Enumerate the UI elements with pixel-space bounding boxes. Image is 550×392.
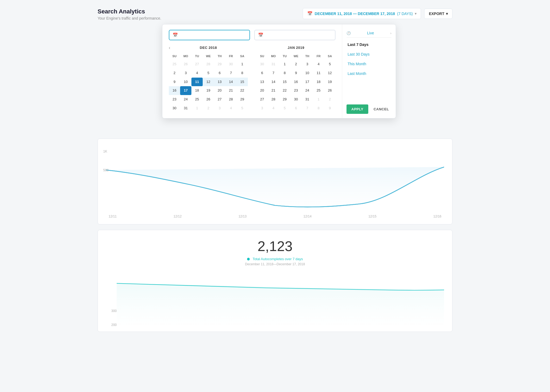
- day-cell[interactable]: 26: [180, 60, 191, 69]
- day-cell-selected-end[interactable]: 17: [180, 86, 191, 95]
- day-cell[interactable]: 18: [313, 78, 324, 86]
- day-cell[interactable]: 29: [214, 60, 225, 69]
- day-cell[interactable]: 19: [324, 78, 335, 86]
- apply-button[interactable]: APPLY: [347, 104, 368, 114]
- last-month-option[interactable]: Last Month: [347, 69, 391, 78]
- day-cell[interactable]: 13: [214, 78, 225, 86]
- day-cell[interactable]: 23: [290, 86, 302, 95]
- day-cell[interactable]: 3: [256, 104, 268, 113]
- day-cell[interactable]: 1: [313, 95, 324, 104]
- day-cell[interactable]: 28: [225, 95, 237, 104]
- day-cell[interactable]: 7: [302, 104, 313, 113]
- day-cell[interactable]: 23: [169, 95, 180, 104]
- day-cell[interactable]: 6: [256, 69, 268, 78]
- day-cell[interactable]: 26: [324, 86, 335, 95]
- day-cell[interactable]: 20: [214, 86, 225, 95]
- day-cell[interactable]: 5: [237, 104, 248, 113]
- day-cell[interactable]: 6: [214, 69, 225, 78]
- day-cell[interactable]: 11: [313, 69, 324, 78]
- day-cell[interactable]: 15: [237, 78, 248, 86]
- day-cell[interactable]: 30: [256, 60, 268, 69]
- day-cell[interactable]: 13: [256, 78, 268, 86]
- day-cell[interactable]: 21: [268, 86, 279, 95]
- day-cell[interactable]: 27: [256, 95, 268, 104]
- day-cell[interactable]: 22: [279, 86, 290, 95]
- day-cell[interactable]: 6: [290, 104, 302, 113]
- day-cell[interactable]: 1: [191, 104, 203, 113]
- action-buttons: APPLY CANCEL: [347, 101, 391, 114]
- day-cell[interactable]: 31: [268, 60, 279, 69]
- day-cell[interactable]: 30: [290, 95, 302, 104]
- export-button[interactable]: EXPORT ▾: [424, 9, 452, 19]
- day-cell[interactable]: 1: [279, 60, 290, 69]
- day-cell[interactable]: 27: [214, 95, 225, 104]
- day-cell[interactable]: 9: [169, 78, 180, 86]
- day-cell[interactable]: 10: [302, 69, 313, 78]
- day-cell[interactable]: 2: [169, 69, 180, 78]
- day-cell[interactable]: 19: [203, 86, 214, 95]
- day-cell[interactable]: 2: [290, 60, 302, 69]
- day-cell[interactable]: 12: [203, 78, 214, 86]
- day-cell[interactable]: 4: [313, 60, 324, 69]
- day-cell[interactable]: 3: [180, 69, 191, 78]
- prev-month-button[interactable]: ‹: [169, 45, 170, 50]
- day-cell[interactable]: 25: [169, 60, 180, 69]
- day-cell[interactable]: 8: [313, 104, 324, 113]
- day-cell[interactable]: 18: [191, 86, 203, 95]
- day-cell[interactable]: 14: [268, 78, 279, 86]
- day-cell[interactable]: 1: [237, 60, 248, 69]
- day-cell[interactable]: 9: [290, 69, 302, 78]
- export-label: EXPORT: [429, 12, 444, 16]
- day-cell[interactable]: 25: [313, 86, 324, 95]
- day-cell[interactable]: 31: [302, 95, 313, 104]
- day-cell[interactable]: 14: [225, 78, 237, 86]
- cancel-button[interactable]: CANCEL: [370, 104, 392, 114]
- day-cell[interactable]: 20: [256, 86, 268, 95]
- day-cell[interactable]: 16: [290, 78, 302, 86]
- day-cell[interactable]: 8: [279, 69, 290, 78]
- day-cell[interactable]: 30: [169, 104, 180, 113]
- chart2-area: 300 200 100: [106, 271, 444, 325]
- last7-option[interactable]: Last 7 Days: [347, 40, 391, 49]
- day-cell[interactable]: 25: [191, 95, 203, 104]
- day-cell[interactable]: 28: [203, 60, 214, 69]
- day-cell[interactable]: 7: [268, 69, 279, 78]
- day-cell[interactable]: 21: [225, 86, 237, 95]
- day-cell[interactable]: 31: [180, 104, 191, 113]
- day-cell[interactable]: 12: [324, 69, 335, 78]
- start-date-input[interactable]: 12/01/2018: [180, 33, 246, 37]
- day-cell[interactable]: 29: [237, 95, 248, 104]
- day-cell[interactable]: 10: [180, 78, 191, 86]
- day-cell[interactable]: 24: [180, 95, 191, 104]
- day-cell[interactable]: 17: [302, 78, 313, 86]
- day-cell[interactable]: 7: [225, 69, 237, 78]
- day-cell[interactable]: 3: [302, 60, 313, 69]
- day-cell[interactable]: 5: [324, 60, 335, 69]
- day-cell[interactable]: 2: [324, 95, 335, 104]
- day-cell[interactable]: 24: [302, 86, 313, 95]
- day-cell[interactable]: 9: [324, 104, 335, 113]
- day-cell[interactable]: 4: [225, 104, 237, 113]
- day-cell[interactable]: 15: [279, 78, 290, 86]
- day-cell[interactable]: 28: [268, 95, 279, 104]
- day-cell[interactable]: 29: [279, 95, 290, 104]
- day-cell[interactable]: 4: [268, 104, 279, 113]
- last30-option[interactable]: Last 30 Days: [347, 49, 391, 59]
- day-cell[interactable]: 3: [214, 104, 225, 113]
- day-cell[interactable]: 5: [279, 104, 290, 113]
- date-range-button[interactable]: 📅 DECEMBER 11, 2018 — DECEMBER 17, 2018 …: [303, 8, 421, 19]
- end-date-input[interactable]: 12/17/2018: [266, 33, 332, 37]
- day-cell[interactable]: 16: [169, 86, 180, 95]
- day-cell[interactable]: 5: [203, 69, 214, 78]
- day-cell[interactable]: 30: [225, 60, 237, 69]
- day-cell[interactable]: 2: [203, 104, 214, 113]
- live-option[interactable]: 🕐 Live ›: [347, 29, 391, 38]
- day-cell-selected-start[interactable]: 11: [191, 78, 203, 86]
- day-cell[interactable]: 4: [191, 69, 203, 78]
- day-cell[interactable]: 27: [191, 60, 203, 69]
- end-date-wrap: 📅 12/17/2018: [254, 30, 335, 40]
- day-cell[interactable]: 8: [237, 69, 248, 78]
- day-cell[interactable]: 26: [203, 95, 214, 104]
- day-cell[interactable]: 22: [237, 86, 248, 95]
- this-month-option[interactable]: This Month: [347, 59, 391, 69]
